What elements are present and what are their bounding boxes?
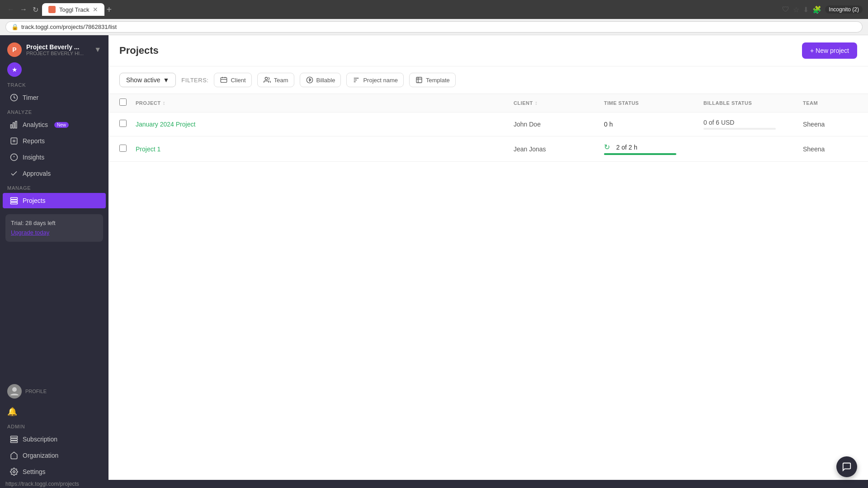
row-checkbox-1[interactable] (119, 145, 127, 152)
filter-client-chip[interactable]: Client (214, 73, 251, 87)
row-project-cell: Project 1 (136, 145, 514, 153)
new-project-button[interactable]: + New project (802, 42, 857, 59)
header-client-col[interactable]: CLIENT ↕ (514, 100, 604, 106)
filter-template-label: Template (426, 77, 450, 84)
track-section-label: TRACK (0, 79, 108, 89)
active-tab[interactable]: Toggl Track ✕ (42, 3, 104, 16)
svg-rect-11 (11, 200, 18, 202)
timer-icon (10, 94, 18, 102)
avatar[interactable] (7, 384, 22, 399)
billable-col-label: BILLABLE STATUS (703, 100, 752, 106)
select-all-checkbox[interactable] (119, 99, 127, 106)
filter-billable-chip[interactable]: Billable (300, 73, 341, 87)
sidebar-item-insights[interactable]: Insights (3, 150, 106, 165)
forward-button[interactable]: → (18, 4, 29, 15)
top-bar: Projects + New project (108, 35, 868, 66)
subscription-label: Subscription (23, 436, 57, 443)
sidebar: P Project Beverly ... PROJECT BEVERLY HI… (0, 35, 108, 480)
row-client-cell: Jean Jonas (514, 145, 604, 153)
tab-close-button[interactable]: ✕ (93, 6, 98, 13)
sidebar-toggle[interactable]: ▼ (94, 46, 101, 54)
filters-bar: Show active ▼ FILTERS: Client Team (108, 66, 868, 94)
sidebar-item-approvals[interactable]: Approvals (3, 166, 106, 181)
star-icon: ☆ (793, 5, 799, 14)
manage-section-label: MANAGE (0, 182, 108, 192)
notification-bell[interactable]: 🔔 (0, 403, 108, 420)
billable-bar-container (703, 128, 776, 130)
upgrade-link[interactable]: Upgrade today (11, 229, 49, 236)
sidebar-item-organization[interactable]: Organization (3, 448, 106, 463)
svg-rect-14 (11, 436, 18, 438)
svg-rect-10 (11, 197, 18, 199)
profile-area: PROFILE (0, 380, 108, 403)
header-project-col[interactable]: PROJECT ↕ (136, 100, 514, 106)
lock-icon: 🔒 (11, 23, 19, 30)
time-value: 2 of 2 h (616, 144, 637, 151)
table-row: Project 1 Jean Jonas ↻ 2 of 2 h (108, 136, 868, 162)
trial-box: Trial: 28 days left Upgrade today (5, 214, 103, 242)
sidebar-item-timer[interactable]: Timer (3, 90, 106, 105)
svg-rect-3 (15, 122, 17, 128)
settings-icon (10, 468, 18, 476)
row-project-cell: January 2024 Project (136, 120, 514, 128)
svg-point-13 (12, 387, 17, 392)
sidebar-item-reports[interactable]: Reports (3, 133, 106, 149)
project-link-1[interactable]: Project 1 (136, 145, 160, 153)
row-client-cell: John Doe (514, 121, 604, 128)
project-sort-icon: ↕ (162, 100, 165, 106)
analytics-icon (10, 121, 18, 129)
chat-bubble[interactable] (836, 456, 857, 477)
table-row: January 2024 Project John Doe 0 h 0 of 6… (108, 113, 868, 136)
address-bar[interactable]: 🔒 track.toggl.com/projects/7862831/list (5, 21, 863, 33)
svg-rect-21 (416, 77, 422, 83)
filter-template-chip[interactable]: Template (409, 73, 456, 87)
time-value: 0 h (604, 121, 613, 128)
url-display: track.toggl.com/projects/7862831/list (21, 23, 857, 30)
header-billable-col: BILLABLE STATUS (703, 100, 803, 106)
time-with-bar: ↻ 2 of 2 h (604, 143, 703, 155)
subscription-icon (10, 435, 18, 443)
insights-label: Insights (23, 154, 44, 161)
refresh-button[interactable]: ↻ (31, 4, 40, 16)
refresh-icon[interactable]: ↻ (604, 143, 610, 151)
status-bar: https://track.toggl.com/projects (0, 480, 868, 488)
back-button[interactable]: ← (5, 4, 16, 15)
projects-label: Projects (23, 197, 46, 204)
filter-project-name-chip[interactable]: Project name (346, 73, 404, 87)
extension-icon: 🧩 (812, 5, 821, 14)
billable-value: 0 of 6 USD (703, 119, 803, 126)
reports-label: Reports (23, 137, 45, 145)
admin-section-label: ADMIN (0, 420, 108, 431)
favorites-icon[interactable]: ★ (7, 62, 22, 77)
sidebar-item-settings[interactable]: Settings (3, 464, 106, 479)
row-checkbox-0[interactable] (119, 120, 127, 127)
row-team-cell: Sheena (803, 121, 857, 128)
svg-rect-15 (11, 439, 18, 441)
time-col-label: TIME STATUS (604, 100, 639, 106)
team-col-label: TEAM (803, 100, 818, 106)
sidebar-item-analytics[interactable]: Analytics New (3, 117, 106, 132)
sidebar-item-projects[interactable]: Projects (3, 193, 106, 208)
filter-client-label: Client (231, 77, 245, 84)
project-link-0[interactable]: January 2024 Project (136, 121, 195, 128)
status-url: https://track.toggl.com/projects (5, 481, 79, 487)
timer-label: Timer (23, 94, 38, 101)
organization-icon (10, 451, 18, 460)
filter-team-chip[interactable]: Team (257, 73, 294, 87)
workspace-info: Project Beverly ... PROJECT BEVERLY HI..… (26, 43, 90, 56)
row-team-cell: Sheena (803, 145, 857, 153)
table-header: PROJECT ↕ CLIENT ↕ TIME STATUS BILLABLE … (108, 94, 868, 113)
svg-rect-18 (221, 78, 227, 83)
new-tab-button[interactable]: + (106, 5, 112, 15)
client-col-label: CLIENT (514, 100, 533, 106)
table-rows-container: January 2024 Project John Doe 0 h 0 of 6… (108, 113, 868, 162)
tab-favicon (48, 6, 56, 13)
client-filter-icon (220, 76, 228, 84)
billable-filter-icon (306, 76, 314, 84)
analyze-section-label: ANALYZE (0, 106, 108, 117)
analytics-badge: New (54, 122, 69, 128)
show-active-button[interactable]: Show active ▼ (119, 73, 176, 87)
row-time-cell: 0 h (604, 121, 703, 128)
approvals-label: Approvals (23, 170, 51, 177)
sidebar-item-subscription[interactable]: Subscription (3, 432, 106, 447)
